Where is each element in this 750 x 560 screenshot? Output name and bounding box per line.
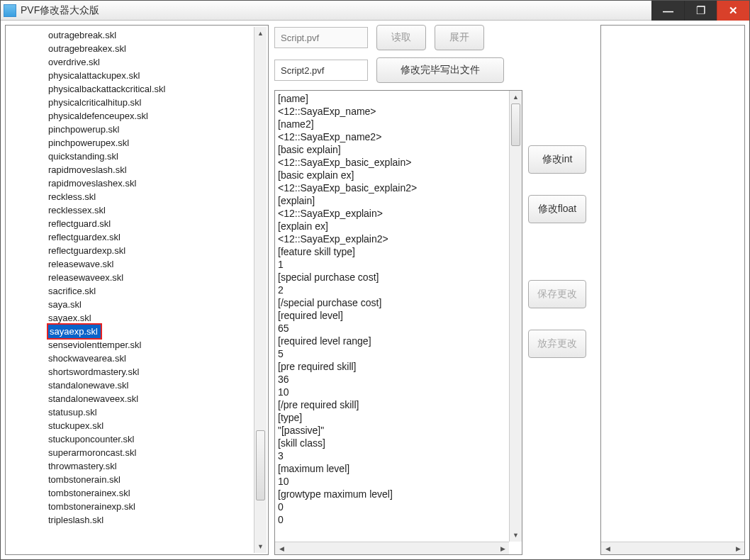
tree-item[interactable]: recklessex.skl — [47, 203, 252, 217]
window-title: PVF修改器大众版 — [21, 4, 99, 17]
scroll-up-icon[interactable]: ▲ — [510, 91, 522, 103]
tree-item[interactable]: saya.skl — [47, 298, 252, 311]
tree-item[interactable]: rapidmoveslash.skl — [47, 163, 252, 177]
read-button[interactable]: 读取 — [376, 25, 426, 50]
scroll-down-icon[interactable]: ▼ — [510, 529, 522, 542]
tree-item[interactable]: stuckuponcounter.skl — [47, 432, 252, 446]
file-tree-pane: outragebreak.skloutragebreakex.skloverdr… — [5, 25, 269, 555]
scroll-right-icon[interactable]: ▶ — [732, 542, 744, 554]
scroll-right-icon[interactable]: ▶ — [496, 542, 509, 554]
tree-item[interactable]: physicalbackattackcritical.skl — [47, 82, 252, 96]
tree-item[interactable]: outragebreak.skl — [47, 28, 252, 42]
save-changes-button[interactable]: 保存更改 — [528, 280, 586, 308]
editor-pane[interactable]: [name] <12::SayaExp_name> [name2] <12::S… — [274, 90, 522, 555]
tree-item[interactable]: tombstonerain.skl — [47, 473, 252, 486]
scroll-up-icon[interactable]: ▲ — [254, 27, 267, 40]
tree-item[interactable]: stuckupex.skl — [47, 419, 252, 432]
tree-item[interactable]: shockwavearea.skl — [47, 352, 252, 365]
right-hscrollbar[interactable]: ◀ ▶ — [601, 542, 744, 554]
discard-changes-button[interactable]: 放弃更改 — [528, 330, 586, 358]
write-output-button[interactable]: 修改完毕写出文件 — [376, 57, 504, 83]
tree-item[interactable]: pinchpowerupex.skl — [47, 136, 252, 150]
scroll-down-icon[interactable]: ▼ — [254, 540, 267, 553]
modify-int-button[interactable]: 修改int — [528, 145, 586, 174]
script2-input[interactable] — [274, 60, 368, 81]
tree-scrollbar[interactable]: ▲ ▼ — [254, 27, 267, 553]
tree-item[interactable]: outragebreakex.skl — [47, 42, 252, 55]
scroll-thumb[interactable] — [256, 430, 265, 500]
tree-item[interactable]: reckless.skl — [47, 190, 252, 203]
tree-item[interactable]: tombstonerainexp.skl — [47, 500, 252, 513]
tree-item[interactable]: physicalattackupex.skl — [47, 69, 252, 82]
tree-item[interactable]: shortswordmastery.skl — [47, 365, 252, 379]
maximize-button[interactable] — [684, 1, 717, 21]
tree-item[interactable]: releasewave.skl — [47, 257, 252, 271]
tree-item[interactable]: releasewaveex.skl — [47, 271, 252, 284]
tree-item[interactable]: standalonewave.skl — [47, 379, 252, 392]
close-button[interactable] — [717, 1, 749, 21]
tree-item[interactable]: tombstonerainex.skl — [47, 486, 252, 500]
tree-item[interactable]: standalonewaveex.skl — [47, 392, 252, 405]
tree-item[interactable]: throwmastery.skl — [47, 459, 252, 473]
scroll-left-icon[interactable]: ◀ — [275, 542, 288, 554]
tree-item[interactable]: pinchpowerup.skl — [47, 123, 252, 136]
tree-item[interactable]: quickstanding.skl — [47, 150, 252, 163]
tree-item[interactable]: physicalcriticalhitup.skl — [47, 96, 252, 109]
modify-float-button[interactable]: 修改float — [528, 195, 586, 223]
tree-item[interactable]: statusup.skl — [47, 405, 252, 419]
minimize-button[interactable] — [651, 1, 684, 21]
editor-hscrollbar[interactable]: ◀ ▶ — [275, 542, 509, 554]
expand-button[interactable]: 展开 — [435, 25, 484, 50]
tree-item[interactable]: sayaex.skl — [47, 311, 252, 325]
tree-item[interactable]: reflectguardexp.skl — [47, 244, 252, 257]
tree-item[interactable]: tripleslash.skl — [47, 513, 252, 527]
tree-item[interactable]: reflectguardex.skl — [47, 230, 252, 244]
right-list-pane[interactable]: ◀ ▶ — [600, 25, 745, 555]
tree-item[interactable]: sayaexp.skl — [48, 325, 101, 338]
tree-item[interactable]: superarmoroncast.skl — [47, 446, 252, 459]
scroll-thumb[interactable] — [511, 103, 520, 146]
app-icon — [4, 4, 16, 17]
tree-item[interactable]: physicaldefenceupex.skl — [47, 109, 252, 123]
script-input[interactable] — [274, 27, 368, 48]
tree-item[interactable]: rapidmoveslashex.skl — [47, 177, 252, 190]
tree-item[interactable]: sacrifice.skl — [47, 284, 252, 298]
file-tree[interactable]: outragebreak.skloutragebreakex.skloverdr… — [7, 27, 252, 553]
tree-item[interactable]: reflectguard.skl — [47, 217, 252, 230]
titlebar: PVF修改器大众版 — [1, 1, 749, 21]
editor-vscrollbar[interactable]: ▲ ▼ — [509, 91, 522, 542]
tree-item[interactable]: overdrive.skl — [47, 55, 252, 69]
tree-item[interactable]: senseviolenttemper.skl — [47, 338, 252, 352]
scroll-left-icon[interactable]: ◀ — [601, 542, 614, 554]
editor-content[interactable]: [name] <12::SayaExp_name> [name2] <12::S… — [278, 92, 506, 540]
